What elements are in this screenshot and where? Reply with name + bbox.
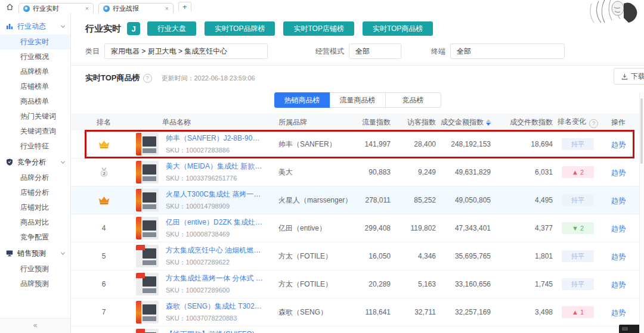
traffic-index-cell: 20,289 [349, 280, 391, 288]
table-row[interactable]: 帅丰（SANFER）J2-8B-90ST 集成灶左蒸右.. SKU：100027… [71, 130, 644, 158]
sidebar-item-店铺榜单[interactable]: 店铺榜单 [0, 79, 70, 94]
product-title-link[interactable]: 方太集成烹饪中心 油烟机燃气灶灶蒸烤一体.. [166, 245, 264, 256]
product-title-link[interactable]: 火星人T300C集成灶 蒸烤一体集成灶 挥手智.. [166, 189, 264, 200]
sidebar-item-品牌分析[interactable]: 品牌分析 [0, 170, 70, 185]
product-thumbnail[interactable] [136, 245, 159, 267]
sidebar-item-行业实时[interactable]: 行业实时 [0, 35, 70, 49]
sidebar-item-label: 店铺分析 [20, 188, 49, 197]
sidebar-section-销售预测[interactable]: 销售预测 [0, 245, 70, 262]
rank-tab[interactable]: 竞品榜 [385, 92, 441, 108]
brand-cell: 火星人（marssenger） [265, 195, 349, 206]
update-time-value: 2022-06-18 23:59:06 [194, 74, 255, 82]
rank-cell: 5 [85, 252, 122, 260]
sidebar-item-店铺对比[interactable]: 店铺对比 [0, 200, 70, 215]
sidebar-item-label: 行业预测 [20, 264, 49, 273]
product-thumbnail[interactable] [136, 301, 159, 323]
sidebar-item-热门关键词[interactable]: 热门关键词 [0, 109, 70, 124]
table-row[interactable]: 8 【线下同款】前锋(CHIFFO) 集成灶蒸烤一体.. SKU：1005291… [71, 326, 644, 333]
header-nav-button[interactable]: 行业大盘 [147, 21, 196, 36]
main-content: 行业实时 J 行业大盘实时TOP品牌榜实时TOP店铺榜实时TOP商品榜 类目 家… [71, 13, 644, 333]
brand-cell: 方太（FOTILE） [265, 279, 349, 290]
product-cell: 方太集成烹饪中心 油烟机燃气灶灶蒸烤一体.. SKU：100027289622 [122, 245, 265, 267]
info-icon[interactable] [143, 74, 152, 83]
col-rank-change: 排名变化 [553, 117, 603, 128]
sidebar-item-商品榜单[interactable]: 商品榜单 [0, 94, 70, 109]
jd-logo-badge: J [127, 22, 140, 35]
rank-change-cell: 持平 [553, 138, 603, 150]
sidebar-item-关键词查询[interactable]: 关键词查询 [0, 124, 70, 139]
sidebar-item-行业特征[interactable]: 行业特征 [0, 139, 70, 154]
product-title-link[interactable]: 美大（MEIDA）集成灶 新款蒸箱E9-J恒温蒸.. [166, 161, 264, 172]
close-icon[interactable]: × [80, 5, 89, 12]
chevron-down-icon [60, 24, 66, 29]
sidebar-item-竞争配置[interactable]: 竞争配置 [0, 230, 70, 245]
product-thumbnail[interactable] [136, 189, 159, 211]
header-nav-button[interactable]: 实时TOP品牌榜 [205, 21, 275, 36]
product-sku: SKU：100014798909 [166, 202, 264, 211]
trend-link[interactable]: 趋势 [611, 281, 626, 289]
sidebar-item-品牌榜单[interactable]: 品牌榜单 [0, 64, 70, 79]
product-title-link[interactable]: 【线下同款】前锋(CHIFFO) 集成灶蒸烤一体.. [166, 329, 264, 333]
close-icon[interactable]: × [160, 5, 169, 12]
action-cell: 趋势 [603, 251, 634, 262]
sidebar-item-品牌预测[interactable]: 品牌预测 [0, 276, 70, 291]
table-row[interactable]: 火星人T300C集成灶 蒸烤一体集成灶 挥手智.. SKU：1000147989… [71, 186, 644, 214]
sidebar-item-店铺分析[interactable]: 店铺分析 [0, 185, 70, 200]
product-title-link[interactable]: 森歌（SENG）集成灶 T302集成蒸箱一体厨.. [166, 301, 264, 312]
sidebar-item-行业预测[interactable]: 行业预测 [0, 262, 70, 276]
sidebar-item-商品对比[interactable]: 商品对比 [0, 215, 70, 230]
sidebar-item-行业概况[interactable]: 行业概况 [0, 49, 70, 64]
product-thumbnail[interactable] [136, 133, 159, 155]
brand-cell: 美大 [265, 167, 349, 178]
sidebar-item-label: 行业概况 [20, 52, 49, 61]
action-cell: 趋势 [603, 195, 634, 206]
category-select[interactable]: 家用电器 > 厨卫大电 > 集成烹饪中心 [104, 43, 268, 59]
product-thumbnail[interactable] [136, 161, 159, 183]
sidebar-item-label: 商品榜单 [20, 97, 49, 105]
table-row[interactable]: 5 方太集成烹饪中心 油烟机燃气灶灶蒸烤一体.. SKU：10002728962… [71, 242, 644, 270]
new-tab-button[interactable]: + [178, 2, 191, 11]
trend-link[interactable]: 趋势 [611, 141, 626, 149]
header-nav-button[interactable]: 实时TOP商品榜 [363, 21, 433, 36]
sidebar-item-label: 品牌预测 [20, 279, 49, 288]
product-thumbnail[interactable] [136, 329, 159, 333]
col-action: 操作 [603, 117, 634, 127]
header-nav-button[interactable]: 实时TOP店铺榜 [283, 21, 354, 36]
product-title-link[interactable]: 亿田（entive）D2ZK 集成灶蒸烤一体 家用蒸.. [166, 217, 264, 228]
download-button[interactable]: 下载数据 [614, 68, 644, 85]
trend-link[interactable]: 趋势 [611, 253, 626, 261]
scrollbar-thumb[interactable] [640, 98, 643, 164]
trend-link[interactable]: 趋势 [611, 225, 626, 233]
home-icon[interactable] [6, 3, 14, 11]
trend-link[interactable]: 趋势 [611, 309, 626, 317]
product-title-link[interactable]: 方太集成灶蒸烤一体 分体式 集成烹饪中心 蒸.. [166, 273, 264, 284]
sidebar-item-label: 热门关键词 [20, 112, 56, 120]
sidebar: 行业动态 行业实时 行业概况 品牌榜单 店铺榜单 商品榜单 热门关键词 关键词查… [0, 13, 71, 333]
sidebar-section-行业动态[interactable]: 行业动态 [0, 18, 70, 35]
mode-select[interactable]: 全部 [349, 43, 401, 59]
units-index-cell: 6,031 [491, 168, 553, 176]
product-thumbnail[interactable] [136, 217, 159, 239]
rank-change-cell: ▲ 1 [553, 306, 603, 318]
rank-tab[interactable]: 流量商品榜 [330, 92, 386, 108]
info-icon[interactable] [589, 119, 598, 128]
product-cell: 森歌（SENG）集成灶 T302集成蒸箱一体厨.. SKU：1003707822… [122, 301, 265, 323]
sidebar-collapse-button[interactable]: « [0, 318, 70, 333]
sidebar-section-竞争分析[interactable]: 竞争分析 [0, 154, 70, 170]
trend-link[interactable]: 趋势 [611, 169, 626, 177]
sort-icon[interactable] [486, 119, 491, 126]
sidebar-item-label: 店铺对比 [20, 203, 49, 211]
table-row[interactable]: 6 方太集成灶蒸烤一体 分体式 集成烹饪中心 蒸.. SKU：100027289… [71, 270, 644, 298]
product-thumbnail[interactable] [136, 273, 159, 295]
trend-link[interactable]: 趋势 [611, 197, 626, 205]
terminal-select[interactable]: 全部 [450, 43, 565, 59]
rank-cell: 4 [85, 224, 122, 232]
table-row[interactable]: 7 森歌（SENG）集成灶 T302集成蒸箱一体厨.. SKU：10037078… [71, 298, 644, 326]
update-time-label: 更新时间： [162, 74, 194, 82]
visitor-index-cell: 4,346 [391, 252, 436, 260]
table-row[interactable]: 2 美大（MEIDA）集成灶 新款蒸箱E9-J恒温蒸.. SKU：1003379… [71, 158, 644, 186]
product-title-link[interactable]: 帅丰（SANFER）J2-8B-90ST 集成灶左蒸右.. [166, 133, 264, 144]
col-units-index: 成交件数指数 [491, 117, 553, 127]
table-row[interactable]: 4 亿田（entive）D2ZK 集成灶蒸烤一体 家用蒸.. SKU：10000… [71, 214, 644, 242]
rank-tab[interactable]: 热销商品榜 [274, 92, 330, 108]
